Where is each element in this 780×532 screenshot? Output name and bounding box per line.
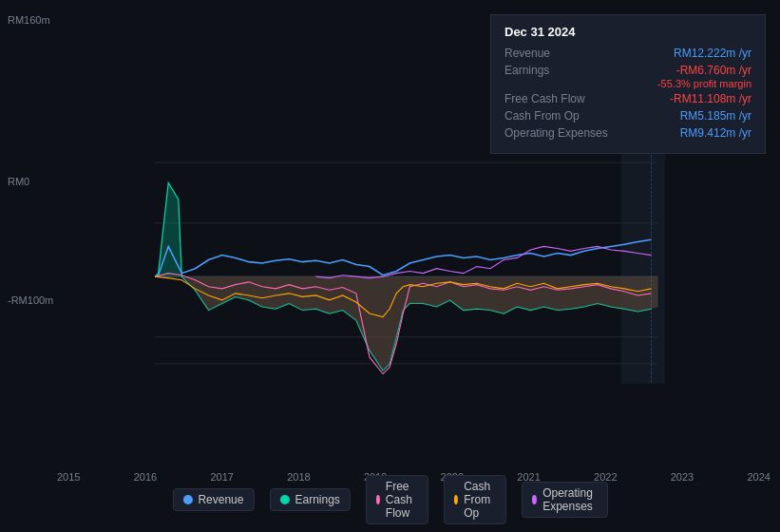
fcf-dot bbox=[376, 495, 380, 504]
revenue-value: RM12.222m /yr bbox=[674, 47, 751, 60]
cashfromop-legend-label: Cash From Op bbox=[464, 480, 496, 520]
profit-margin: -55.3% profit margin bbox=[504, 78, 751, 89]
fcf-value: -RM11.108m /yr bbox=[670, 92, 751, 105]
cashfromop-label: Cash From Op bbox=[504, 109, 618, 123]
legend-cashfromop[interactable]: Cash From Op bbox=[444, 475, 506, 524]
tooltip-date: Dec 31 2024 bbox=[504, 25, 751, 39]
main-chart bbox=[0, 142, 780, 484]
cashfromop-value: RM5.185m /yr bbox=[680, 109, 751, 123]
legend-opex[interactable]: Operating Expenses bbox=[522, 482, 608, 518]
x-label-2024: 2024 bbox=[747, 471, 770, 483]
earnings-dot bbox=[279, 495, 289, 504]
info-row-revenue: Revenue RM12.222m /yr bbox=[504, 47, 751, 60]
fcf-label: Free Cash Flow bbox=[504, 92, 618, 105]
revenue-dot bbox=[182, 495, 192, 504]
revenue-legend-label: Revenue bbox=[198, 493, 243, 506]
svg-rect-1 bbox=[621, 142, 666, 384]
info-tooltip: Dec 31 2024 Revenue RM12.222m /yr Earnin… bbox=[490, 14, 766, 154]
earnings-value: -RM6.760m /yr bbox=[676, 64, 751, 77]
y-axis-high-label: RM160m bbox=[8, 14, 50, 26]
earnings-label: Earnings bbox=[504, 64, 618, 77]
cashfromop-dot bbox=[454, 495, 458, 504]
opex-dot bbox=[532, 495, 537, 504]
info-row-opex: Operating Expenses RM9.412m /yr bbox=[504, 126, 751, 140]
opex-value: RM9.412m /yr bbox=[680, 126, 751, 140]
info-row-earnings: Earnings -RM6.760m /yr bbox=[504, 64, 751, 77]
x-label-2015: 2015 bbox=[57, 471, 80, 483]
chart-legend: Revenue Earnings Free Cash Flow Cash Fro… bbox=[172, 475, 607, 524]
legend-fcf[interactable]: Free Cash Flow bbox=[366, 475, 428, 524]
info-row-cashfromop: Cash From Op RM5.185m /yr bbox=[504, 109, 751, 123]
legend-earnings[interactable]: Earnings bbox=[269, 488, 350, 511]
x-label-2023: 2023 bbox=[671, 471, 694, 483]
earnings-legend-label: Earnings bbox=[295, 493, 339, 506]
info-row-fcf: Free Cash Flow -RM11.108m /yr bbox=[504, 92, 751, 105]
x-label-2016: 2016 bbox=[134, 471, 157, 483]
legend-revenue[interactable]: Revenue bbox=[172, 488, 254, 511]
revenue-label: Revenue bbox=[504, 47, 618, 60]
opex-legend-label: Operating Expenses bbox=[542, 486, 597, 513]
fcf-legend-label: Free Cash Flow bbox=[386, 480, 418, 520]
opex-label: Operating Expenses bbox=[504, 126, 618, 140]
